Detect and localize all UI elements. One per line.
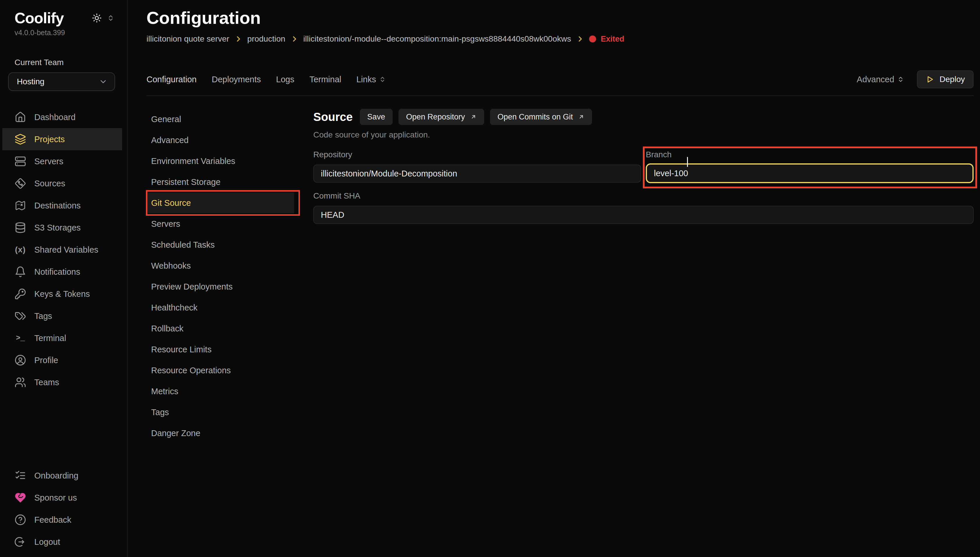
- sidebar-item-keys-tokens[interactable]: Keys & Tokens: [0, 283, 127, 305]
- tab-links[interactable]: Links: [356, 75, 386, 84]
- subnav-item-preview-deployments[interactable]: Preview Deployments: [146, 276, 294, 297]
- subnav-item-healthcheck[interactable]: Healthcheck: [146, 297, 294, 318]
- chevron-down-icon: [99, 77, 107, 86]
- variables-icon: (x): [15, 244, 26, 256]
- sidebar: Coolify v4.0.0-beta.399 Current Team Hos…: [0, 0, 128, 557]
- subnav-item-webhooks[interactable]: Webhooks: [146, 255, 294, 276]
- sidebar-item-logout[interactable]: Logout: [0, 531, 127, 553]
- commit-sha-input[interactable]: [313, 206, 973, 224]
- subnav-item-danger-zone[interactable]: Danger Zone: [146, 423, 294, 444]
- sidebar-item-sources[interactable]: Sources: [0, 173, 127, 194]
- layers-icon: [15, 134, 26, 145]
- sidebar-item-sponsor-us[interactable]: Sponsor us: [0, 487, 127, 509]
- subnav-item-persistent-storage[interactable]: Persistent Storage: [146, 171, 294, 192]
- sidebar-item-notifications[interactable]: Notifications: [0, 261, 127, 283]
- subnav-item-rollback[interactable]: Rollback: [146, 318, 294, 339]
- tab-terminal[interactable]: Terminal: [309, 75, 341, 84]
- database-icon: [15, 222, 26, 233]
- chevrons-up-down-icon[interactable]: [107, 14, 114, 22]
- users-icon: [15, 376, 26, 388]
- commit-sha-label: Commit SHA: [313, 190, 973, 202]
- sidebar-item-destinations[interactable]: Destinations: [0, 194, 127, 217]
- breadcrumb: illicitonion quote server production ill…: [146, 34, 973, 44]
- sidebar-item-teams[interactable]: Teams: [0, 371, 127, 393]
- coolify-app: Coolify v4.0.0-beta.399 Current Team Hos…: [0, 0, 980, 557]
- repository-input[interactable]: [313, 164, 641, 182]
- main-content: Configuration illicitonion quote server …: [128, 0, 980, 557]
- sidebar-item-shared-variables[interactable]: (x) Shared Variables: [0, 239, 127, 261]
- tab-deployments[interactable]: Deployments: [212, 75, 261, 84]
- deploy-button[interactable]: Deploy: [917, 70, 973, 88]
- branch-label: Branch: [646, 149, 973, 160]
- breadcrumb-project[interactable]: illicitonion quote server: [146, 34, 229, 44]
- chevron-right-icon: [576, 35, 584, 43]
- user-circle-icon: [15, 354, 26, 366]
- chevron-right-icon: [291, 35, 298, 43]
- help-circle-icon: [15, 514, 26, 526]
- sidebar-item-onboarding[interactable]: Onboarding: [0, 464, 127, 487]
- subnav-item-servers[interactable]: Servers: [146, 213, 294, 234]
- advanced-dropdown[interactable]: Advanced: [857, 75, 904, 84]
- arrow-up-right-icon: [470, 114, 477, 120]
- heart-handshake-icon: [15, 492, 26, 503]
- tab-logs[interactable]: Logs: [276, 75, 294, 84]
- subnav-item-environment-variables[interactable]: Environment Variables: [146, 151, 294, 171]
- subnav-item-general[interactable]: General: [146, 109, 294, 130]
- subnav-item-scheduled-tasks[interactable]: Scheduled Tasks: [146, 234, 294, 255]
- repository-field: Repository: [313, 149, 641, 183]
- team-select[interactable]: Hosting: [8, 72, 115, 91]
- sidebar-item-s3-storages[interactable]: S3 Storages: [0, 217, 127, 239]
- branch-input[interactable]: [646, 163, 973, 183]
- sidebar-item-tags[interactable]: Tags: [0, 305, 127, 327]
- team-select-value: Hosting: [17, 77, 44, 86]
- branch-field: Branch: [646, 149, 973, 183]
- subnav-item-resource-limits[interactable]: Resource Limits: [146, 339, 294, 360]
- play-icon: [926, 75, 934, 84]
- list-checks-icon: [15, 470, 26, 481]
- tab-configuration[interactable]: Configuration: [146, 75, 197, 84]
- status-badge: Exited: [589, 34, 624, 44]
- open-commits-button[interactable]: Open Commits on Git: [490, 109, 592, 125]
- subnav-item-metrics[interactable]: Metrics: [146, 381, 294, 402]
- subnav-item-git-source[interactable]: Git Source: [146, 192, 294, 213]
- sidebar-item-projects[interactable]: Projects: [2, 128, 122, 150]
- source-description: Code source of your application.: [313, 130, 973, 140]
- chevrons-up-down-icon: [897, 76, 904, 83]
- terminal-icon: >_: [15, 332, 26, 344]
- save-button[interactable]: Save: [360, 109, 393, 125]
- coolify-logo: Coolify: [15, 9, 63, 27]
- subnav-item-advanced[interactable]: Advanced: [146, 130, 294, 151]
- chevron-right-icon: [234, 35, 242, 43]
- git-source-panel: Source Save Open Repository Open Commits…: [313, 109, 973, 557]
- repository-label: Repository: [313, 149, 641, 160]
- sidebar-nav-bottom: Onboarding Sponsor us Feedback Logout: [0, 464, 127, 557]
- divider: [146, 95, 973, 96]
- page-title: Configuration: [146, 8, 973, 28]
- git-source-icon: [15, 178, 26, 189]
- breadcrumb-application[interactable]: illicitestonion/-module--decomposition:m…: [304, 34, 571, 44]
- subnav-item-tags[interactable]: Tags: [146, 402, 294, 423]
- text-caret: [687, 157, 688, 167]
- sidebar-item-servers[interactable]: Servers: [0, 150, 127, 173]
- open-repository-button[interactable]: Open Repository: [398, 109, 484, 125]
- subnav-item-resource-operations[interactable]: Resource Operations: [146, 360, 294, 381]
- key-icon: [15, 288, 26, 300]
- status-dot-icon: [589, 36, 596, 42]
- home-icon: [15, 111, 26, 123]
- commit-sha-field: Commit SHA: [313, 190, 973, 224]
- server-icon: [15, 156, 26, 167]
- sidebar-nav: Dashboard Projects Servers Sources Desti…: [0, 106, 127, 393]
- source-heading: Source: [313, 111, 353, 124]
- sidebar-item-feedback[interactable]: Feedback: [0, 509, 127, 531]
- breadcrumb-environment[interactable]: production: [247, 34, 285, 44]
- bell-icon: [15, 266, 26, 278]
- sidebar-item-dashboard[interactable]: Dashboard: [0, 106, 127, 128]
- sidebar-item-terminal[interactable]: >_ Terminal: [0, 327, 127, 349]
- sidebar-item-profile[interactable]: Profile: [0, 349, 127, 371]
- tags-icon: [15, 310, 26, 322]
- arrow-up-right-icon: [578, 114, 585, 120]
- tabs: Configuration Deployments Logs Terminal …: [146, 75, 386, 84]
- sun-icon[interactable]: [92, 13, 102, 23]
- map-icon: [15, 200, 26, 211]
- app-version: v4.0.0-beta.399: [0, 28, 127, 37]
